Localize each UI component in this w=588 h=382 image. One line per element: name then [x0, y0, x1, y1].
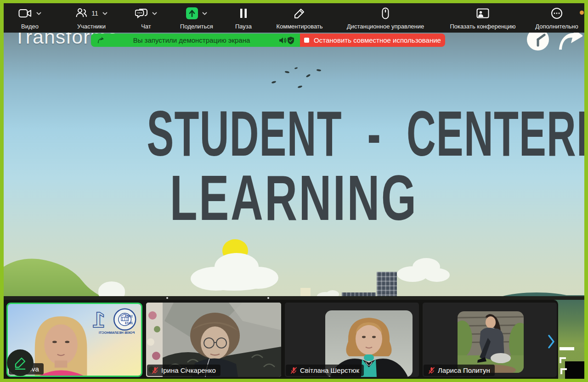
- mic-muted-icon: [152, 367, 158, 374]
- show-conference-icon: [476, 8, 489, 18]
- progress-dot: [166, 297, 168, 299]
- participants-count: 11: [91, 10, 98, 17]
- share-arrow-icon: [556, 33, 582, 51]
- participant-tile-larisa[interactable]: Лариса Политун: [423, 303, 557, 377]
- clock-icon: [526, 33, 550, 52]
- pause-button[interactable]: Пауза: [231, 6, 256, 30]
- slide-title-line2: LEARNING: [4, 166, 584, 230]
- pause-label: Пауза: [235, 23, 252, 30]
- chevron-down-icon: [36, 12, 41, 15]
- more-label: Дополнительно: [535, 23, 578, 30]
- mic-muted-icon: [290, 367, 297, 374]
- chevron-down-icon: [202, 12, 207, 15]
- bird: [298, 85, 303, 89]
- annotation-fab[interactable]: [7, 349, 34, 376]
- participants-icon: [75, 8, 87, 19]
- show-conference-button[interactable]: Показать конференцию: [441, 6, 525, 30]
- chat-label: Чат: [141, 23, 151, 30]
- participant-name-tag: Лариса Политун: [424, 365, 495, 376]
- participant-tile-irina[interactable]: Ірина Січкаренко: [146, 303, 281, 377]
- annotate-button[interactable]: Комментировать: [267, 6, 332, 30]
- annotate-label: Комментировать: [276, 23, 322, 30]
- progress-dot: [267, 297, 269, 299]
- stop-sharing-label: Остановить совместное использование: [314, 36, 441, 44]
- chevron-down-icon: [102, 12, 107, 15]
- meeting-toolbar: Видео 11 Участники: [4, 3, 584, 33]
- cloud-illustration: [188, 247, 280, 292]
- svg-text:2023: 2023: [124, 321, 133, 325]
- remote-control-button[interactable]: Дистанционное управление: [337, 6, 434, 30]
- participants-button[interactable]: 11 Участники: [66, 6, 117, 30]
- cloud-illustration: [393, 254, 452, 283]
- video-camera-icon: [18, 8, 32, 18]
- participant-tile-svitlana[interactable]: Світлана Шерстюк: [285, 303, 419, 377]
- pause-icon: [240, 8, 247, 18]
- participants-filmstrip: 1923 2023 1 РОКІВ НЕЗЛАМНОСТІ Maslova: [4, 300, 558, 379]
- chat-icon: [135, 8, 148, 19]
- player-letterbox: [565, 361, 584, 379]
- bird: [271, 81, 277, 84]
- more-ellipsis-icon: [551, 7, 563, 19]
- bird: [306, 74, 311, 78]
- zoom-meeting-window: Видео 11 Участники: [0, 0, 588, 382]
- pencil-icon: [13, 356, 27, 370]
- video-button[interactable]: Видео: [13, 6, 47, 30]
- remote-control-mouse-icon: [382, 7, 389, 19]
- speaker-icon[interactable]: [279, 37, 287, 44]
- notification-dot: [580, 11, 584, 15]
- more-button[interactable]: Дополнительно: [527, 6, 586, 30]
- share-screen-label: Поделиться: [180, 23, 213, 30]
- stop-sharing-button[interactable]: Остановить совместное использование: [300, 34, 445, 47]
- participant-name-tag: Ірина Січкаренко: [147, 365, 220, 376]
- player-corner-mark: [560, 368, 567, 374]
- svg-text:РОКІВ НЕЗЛАМНОСТІ: РОКІВ НЕЗЛАМНОСТІ: [99, 331, 135, 335]
- player-progress-mark: [560, 347, 574, 350]
- svg-text:1: 1: [92, 307, 105, 332]
- bird: [317, 69, 321, 71]
- participant-avatar: [458, 311, 524, 373]
- share-screen-icon: [186, 7, 198, 19]
- chat-button[interactable]: Чат: [129, 6, 164, 30]
- screen-share-arrow-icon: [96, 36, 104, 44]
- video-progress-bar: [4, 296, 584, 300]
- screen-share-banner: Вы запустили демонстрацию экрана Останов…: [91, 34, 445, 47]
- player-corner-mark: [560, 357, 566, 363]
- annotate-pencil-icon: [294, 7, 305, 19]
- bird: [294, 67, 298, 69]
- slide-title-line1: STUDENT - CENTERED: [4, 101, 584, 166]
- next-participants-button[interactable]: [547, 334, 556, 351]
- mic-muted-icon: [428, 367, 435, 374]
- stop-square-icon: [304, 38, 309, 43]
- chevron-down-icon: [152, 12, 157, 15]
- svg-text:1923: 1923: [124, 314, 133, 318]
- share-screen-button[interactable]: Поделиться: [173, 6, 220, 30]
- remote-control-label: Дистанционное управление: [347, 23, 424, 30]
- show-conference-label: Показать конференцию: [450, 23, 515, 30]
- video-label: Видео: [21, 23, 39, 30]
- participant-name-tag: Світлана Шерстюк: [286, 365, 364, 376]
- chevron-right-icon: [547, 334, 556, 349]
- shield-check-icon[interactable]: [287, 36, 294, 45]
- participants-label: Участники: [77, 23, 106, 30]
- bird: [285, 71, 290, 73]
- screen-share-message: Вы запустили демонстрацию экрана: [104, 36, 279, 44]
- shared-screen-area: Transforma STUDENT - CENTERED LEARNING: [4, 33, 584, 379]
- screen-share-status: Вы запустили демонстрацию экрана: [91, 34, 300, 47]
